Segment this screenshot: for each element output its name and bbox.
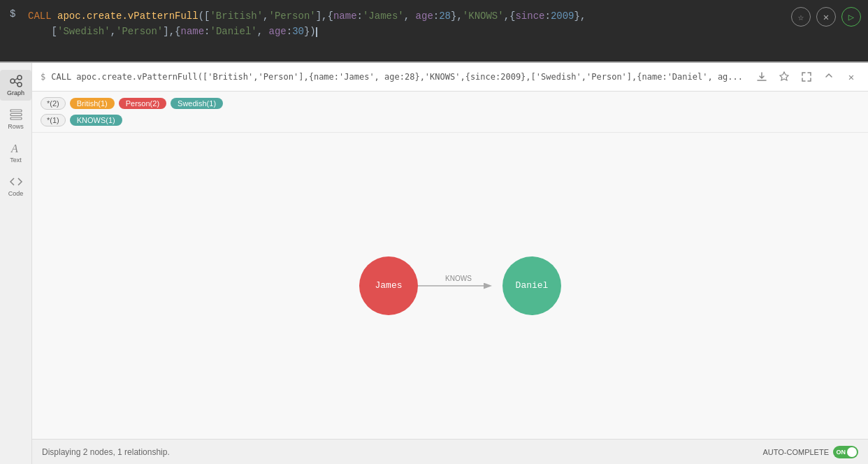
key-since: since: [515, 10, 544, 22]
sidebar-item-text[interactable]: A Text: [0, 137, 31, 168]
cursor: [316, 27, 317, 37]
node-count-badge[interactable]: *(2): [41, 97, 66, 110]
p3: },: [451, 10, 463, 22]
svg-rect-5: [10, 110, 22, 112]
left-sidebar: Graph Rows A Text Code: [0, 63, 32, 464]
indent: [: [28, 26, 57, 37]
svg-text:A: A: [10, 143, 18, 154]
str-swedish: 'Swedish': [57, 26, 110, 37]
query-actions: ✕: [753, 68, 860, 85]
comma2: ,: [404, 10, 416, 22]
expand-button[interactable]: [798, 68, 815, 85]
expand-icon: [801, 71, 812, 82]
edge-count-badge[interactable]: *(1): [41, 114, 66, 126]
svg-point-1: [17, 75, 22, 80]
svg-point-2: [17, 82, 22, 87]
svg-rect-7: [10, 117, 22, 119]
svg-rect-6: [10, 114, 22, 116]
key-name: name: [333, 10, 357, 22]
knows-badge[interactable]: KNOWS(1): [70, 115, 122, 126]
colon5: :: [287, 26, 292, 37]
comma3: ,: [110, 26, 116, 37]
keyword-call: CALL: [28, 10, 57, 22]
code-icon: [9, 175, 23, 189]
pin-icon: [779, 71, 790, 82]
british-badge[interactable]: British(1): [70, 98, 115, 109]
key-age2: age: [269, 26, 287, 37]
str-person: 'Person': [269, 10, 316, 22]
comma4: ,: [257, 26, 269, 37]
key-age: age: [416, 10, 433, 22]
str-person2: 'Person': [116, 26, 163, 37]
p6: ],{: [163, 26, 180, 37]
p7: }): [304, 26, 316, 37]
editor-dollar: $: [10, 8, 15, 20]
p4: ,{: [504, 10, 516, 22]
pin-button[interactable]: [776, 68, 793, 85]
val-28: 28: [439, 10, 451, 22]
query-dollar: $: [41, 72, 45, 82]
graph-area: KNOWS James Daniel: [32, 133, 868, 439]
node-filter-row: *(2) British(1) Person(2) Swedish(1): [41, 97, 860, 110]
swedish-badge[interactable]: Swedish(1): [171, 98, 223, 109]
toggle-on-label: ON: [837, 449, 846, 456]
bottom-panel: Graph Rows A Text Code $: [0, 63, 868, 464]
str-british: 'British': [210, 10, 263, 22]
comma: ,: [263, 10, 268, 22]
svg-line-4: [15, 82, 17, 84]
autocomplete-toggle[interactable]: AUTO-COMPLETE ON: [762, 446, 858, 458]
status-bar: Displaying 2 nodes, 1 relationship. AUTO…: [32, 439, 868, 464]
query-text: CALL apoc.create.vPatternFull(['British'…: [51, 72, 748, 82]
code-label: Code: [8, 190, 24, 197]
collapse-button[interactable]: [820, 68, 837, 85]
colon4: :: [204, 26, 210, 37]
str-knows: 'KNOWS': [463, 10, 504, 22]
graph-label: Graph: [7, 89, 24, 96]
edge-knows-label: KNOWS: [445, 275, 472, 282]
val-james: 'James': [363, 10, 404, 22]
func-name: apoc.create.vPatternFull: [57, 10, 198, 22]
val-daniel: 'Daniel': [210, 26, 257, 37]
favorite-button[interactable]: ☆: [791, 7, 811, 27]
toggle-knob: [847, 447, 857, 457]
person-badge[interactable]: Person(2): [119, 98, 166, 109]
colon3: :: [544, 10, 550, 22]
close-editor-button[interactable]: ✕: [816, 7, 836, 27]
graph-svg: KNOWS James Daniel: [32, 133, 868, 439]
text-icon: A: [9, 141, 23, 155]
top-editor: $ CALL apoc.create.vPatternFull(['Britis…: [0, 0, 868, 63]
sidebar-item-code[interactable]: Code: [0, 171, 31, 201]
filter-bar: *(2) British(1) Person(2) Swedish(1) *(1…: [32, 92, 868, 133]
colon2: :: [433, 10, 439, 22]
query-bar: $ CALL apoc.create.vPatternFull(['Britis…: [32, 63, 868, 92]
download-button[interactable]: [753, 68, 770, 85]
val-30: 30: [292, 26, 304, 37]
val-2009: 2009: [551, 10, 574, 22]
svg-line-3: [15, 78, 17, 80]
graph-icon: [9, 74, 23, 88]
bracket: ([: [198, 10, 210, 22]
download-icon: [756, 71, 767, 82]
svg-point-0: [10, 79, 15, 83]
status-text: Displaying 2 nodes, 1 relationship.: [42, 447, 170, 457]
node-james[interactable]: [359, 256, 418, 315]
p2: ],{: [316, 10, 333, 22]
sidebar-item-graph[interactable]: Graph: [0, 70, 31, 101]
rows-label: Rows: [8, 123, 24, 130]
autocomplete-label: AUTO-COMPLETE: [762, 448, 829, 456]
main-content: $ CALL apoc.create.vPatternFull(['Britis…: [32, 63, 868, 464]
sidebar-item-rows[interactable]: Rows: [0, 103, 31, 134]
toggle-switch[interactable]: ON: [833, 446, 858, 458]
key-name2: name: [180, 26, 204, 37]
edge-filter-row: *(1) KNOWS(1): [41, 114, 860, 126]
run-button[interactable]: ▷: [841, 7, 861, 27]
p5: },: [574, 10, 586, 22]
rows-icon: [9, 108, 23, 122]
close-panel-button[interactable]: ✕: [843, 68, 860, 85]
top-toolbar: ☆ ✕ ▷: [791, 7, 861, 27]
code-line-1: CALL apoc.create.vPatternFull(['British'…: [28, 8, 826, 24]
node-daniel[interactable]: [502, 256, 561, 315]
text-label: Text: [10, 157, 22, 164]
colon1: :: [357, 10, 363, 22]
code-line-2: ['Swedish','Person'],{name:'Daniel', age…: [28, 24, 826, 39]
